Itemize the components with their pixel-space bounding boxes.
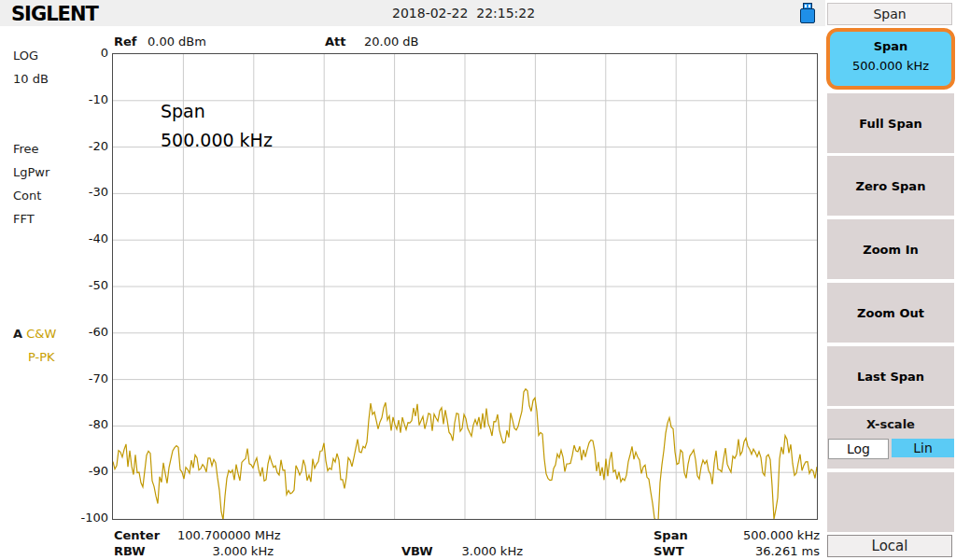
top-bar: SIGLENT 2018-02-22 22:15:22: [0, 0, 825, 26]
softkey-blank: [827, 472, 954, 532]
softkey-zoom-out[interactable]: Zoom Out: [827, 283, 954, 343]
softkey-last-span[interactable]: Last Span: [827, 346, 954, 406]
y-axis-tick-label: -90: [77, 464, 108, 478]
y-axis-tick-label: -70: [77, 371, 108, 385]
span-annotation: Span 500.000 kHz: [161, 97, 273, 155]
center-value: 100.700000 MHz: [177, 528, 281, 542]
siglent-logo: SIGLENT: [11, 3, 98, 25]
fft-mode-label: FFT: [13, 212, 35, 226]
y-axis-tick-label: -20: [77, 139, 108, 153]
y-axis-tick-label: -100: [77, 511, 108, 525]
datetime-display: 2018-02-22 22:15:22: [392, 6, 535, 21]
power-mode-label: LgPwr: [13, 165, 49, 179]
y-axis-tick-label: -80: [77, 417, 108, 431]
x-scale-option-lin[interactable]: Lin: [892, 439, 954, 457]
softkey-span-label: Span: [830, 39, 951, 53]
span-annotation-line1: Span: [161, 101, 205, 121]
local-button[interactable]: Local: [827, 535, 952, 557]
rbw-label: RBW: [114, 544, 146, 558]
span-annotation-line2: 500.000 kHz: [161, 130, 273, 150]
rbw-value: 3.000 kHz: [177, 544, 274, 558]
y-axis-tick-label: 0: [77, 46, 108, 60]
sweep-mode-label: Cont: [13, 189, 41, 203]
y-axis-tick-label: -40: [77, 231, 108, 245]
y-axis-tick-label: -50: [77, 278, 108, 292]
ref-value: 0.00 dBm: [148, 35, 206, 49]
att-value: 20.00 dB: [364, 35, 419, 49]
swt-value: 36.261 ms: [719, 544, 820, 558]
x-scale-option-log[interactable]: Log: [828, 439, 889, 459]
att-label: Att: [325, 35, 346, 49]
span-value: 500.000 kHz: [719, 528, 820, 542]
trace-status: A C&W: [13, 327, 56, 341]
y-axis-tick-label: -30: [77, 185, 108, 199]
usb-drive-icon: [800, 3, 815, 23]
scale-per-div-label: 10 dB: [13, 72, 49, 86]
y-axis-tick-label: -10: [77, 92, 108, 106]
y-axis-tick-label: -60: [77, 325, 108, 339]
trace-type-label: C&W: [26, 327, 56, 341]
swt-label: SWT: [654, 544, 684, 558]
vbw-label: VBW: [401, 544, 433, 558]
ref-label: Ref: [114, 35, 136, 49]
vbw-value: 3.000 kHz: [429, 544, 523, 558]
softkey-menu: Span Span 500.000 kHz Full Span Zero Spa…: [825, 0, 956, 560]
detector-label: P-PK: [28, 350, 55, 364]
scale-type-label: LOG: [13, 49, 38, 63]
softkey-span-value: 500.000 kHz: [830, 59, 951, 73]
softkey-zero-span[interactable]: Zero Span: [827, 156, 954, 216]
softkey-span[interactable]: Span 500.000 kHz: [826, 28, 955, 90]
softkey-full-span[interactable]: Full Span: [827, 93, 954, 153]
x-scale-label: X-scale: [827, 417, 954, 431]
trigger-mode-label: Free: [13, 142, 39, 156]
center-label: Center: [114, 528, 160, 542]
softkey-zoom-in[interactable]: Zoom In: [827, 219, 954, 279]
softkey-x-scale[interactable]: X-scale Log Lin: [827, 409, 954, 469]
trace-id-label: A: [13, 327, 22, 341]
span-label: Span: [654, 528, 688, 542]
menu-title: Span: [827, 3, 952, 25]
